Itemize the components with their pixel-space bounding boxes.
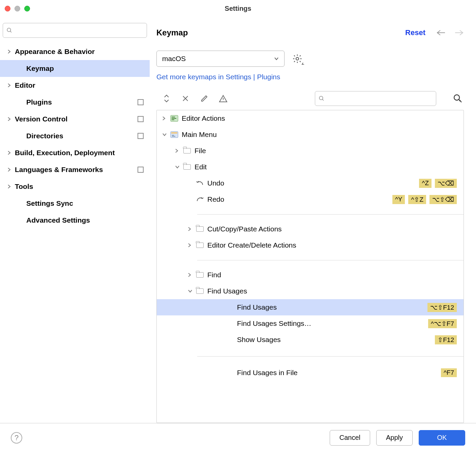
- chevron-down-icon: [274, 57, 279, 60]
- chevron-down-icon: [175, 165, 182, 169]
- action-tree-leaf[interactable]: Redo^Y^⇧Z⌥⇧⌫: [157, 191, 464, 207]
- keymap-scheme-value: macOS: [162, 55, 274, 63]
- sidebar-search-input[interactable]: [3, 23, 147, 38]
- action-label: Find Usages: [237, 303, 427, 311]
- actions-tree[interactable]: Editor ActionsMain MenuFileEditUndo^Z⌥⌫R…: [156, 110, 464, 423]
- chevron-right-icon: [188, 227, 195, 231]
- find-by-shortcut-button[interactable]: [452, 92, 464, 105]
- sidebar-item-label: Version Control: [15, 115, 138, 123]
- action-label: Find: [207, 271, 458, 279]
- sidebar-item[interactable]: Version Control: [0, 111, 150, 128]
- settings-content: Keymap Reset macOS: [150, 17, 476, 423]
- ok-button[interactable]: OK: [419, 430, 465, 446]
- action-tree-node[interactable]: Editor Actions: [157, 110, 464, 126]
- sidebar-item[interactable]: Build, Execution, Deployment: [0, 144, 150, 161]
- sidebar-item-label: Settings Sync: [26, 199, 146, 207]
- action-label: Main Menu: [182, 131, 458, 139]
- keymap-toolbar: [156, 91, 464, 106]
- nav-back-button[interactable]: [436, 29, 446, 36]
- edit-shortcut-button[interactable]: [200, 94, 209, 103]
- action-label: File: [195, 147, 458, 155]
- shortcut-badge: ⌥⌫: [435, 179, 457, 188]
- reset-button[interactable]: Reset: [405, 28, 425, 37]
- window-zoom-button[interactable]: [24, 6, 30, 11]
- folder-icon: [182, 147, 192, 155]
- sidebar-item[interactable]: Tools: [0, 178, 150, 195]
- action-label: Edit: [195, 163, 458, 171]
- action-tree-leaf[interactable]: Find Usages⌥⇧F12: [157, 299, 464, 315]
- conflict-warning-icon[interactable]: [218, 94, 228, 103]
- apply-button[interactable]: Apply: [376, 430, 413, 446]
- keymap-scheme-select[interactable]: macOS: [156, 51, 285, 67]
- action-label: Undo: [207, 179, 419, 187]
- sidebar-item[interactable]: Plugins: [0, 94, 150, 111]
- action-tree-leaf[interactable]: Find Usages in File^F7: [157, 365, 464, 381]
- sidebar-item[interactable]: Settings Sync: [0, 195, 150, 212]
- cancel-button[interactable]: Cancel: [330, 430, 370, 446]
- svg-point-1: [454, 95, 459, 100]
- shortcut-badge: ^⌥⇧F7: [428, 319, 457, 328]
- titlebar: Settings: [0, 0, 476, 17]
- action-tree-node[interactable]: Find: [157, 267, 464, 283]
- action-label: Find Usages Settings…: [237, 319, 428, 328]
- action-label: Editor Actions: [182, 114, 458, 122]
- actions-search-input[interactable]: [315, 91, 436, 106]
- expand-collapse-button[interactable]: [162, 94, 171, 103]
- chevron-right-icon: [7, 150, 15, 155]
- shortcut-badges: ^F7: [441, 368, 457, 377]
- shortcut-badges: ⌥⇧F12: [427, 303, 457, 312]
- action-tree-node[interactable]: File: [157, 143, 464, 159]
- collapse-all-button[interactable]: [181, 94, 190, 103]
- shortcut-badge: ^Z: [419, 179, 432, 188]
- chevron-right-icon: [188, 243, 195, 248]
- help-button[interactable]: ?: [11, 432, 22, 444]
- sidebar-item[interactable]: Editor: [0, 77, 150, 94]
- content-title: Keymap: [156, 28, 405, 37]
- action-tree-leaf[interactable]: Undo^Z⌥⌫: [157, 175, 464, 191]
- action-label: Cut/Copy/Paste Actions: [207, 225, 458, 233]
- action-label: Editor Create/Delete Actions: [207, 241, 458, 249]
- action-tree-node[interactable]: Find Usages: [157, 283, 464, 299]
- more-keymaps-link[interactable]: Get more keymaps in Settings | Plugins: [156, 73, 464, 81]
- shortcut-badge: ⌥⇧F12: [427, 303, 457, 312]
- settings-tree[interactable]: Appearance & BehaviorKeymapEditorPlugins…: [0, 42, 150, 423]
- svg-point-0: [296, 57, 299, 60]
- chevron-right-icon: [162, 116, 170, 121]
- editor-icon: [170, 114, 179, 122]
- action-tree-node[interactable]: Cut/Copy/Paste Actions: [157, 221, 464, 237]
- project-level-marker-icon: [138, 99, 144, 105]
- sidebar-item[interactable]: Directories: [0, 128, 150, 144]
- nav-arrows: [436, 29, 464, 36]
- content-header: Keymap Reset: [156, 21, 464, 45]
- window-close-button[interactable]: [5, 6, 10, 11]
- sidebar-item[interactable]: Advanced Settings: [0, 212, 150, 229]
- shortcut-badge: ^Y: [392, 195, 405, 204]
- chevron-right-icon: [7, 49, 15, 54]
- action-tree-node[interactable]: Edit: [157, 159, 464, 175]
- keymap-settings-button[interactable]: [291, 53, 303, 65]
- action-label: Show Usages: [237, 336, 435, 344]
- dialog-footer: ? Cancel Apply OK: [0, 423, 476, 452]
- action-tree-node[interactable]: Editor Create/Delete Actions: [157, 237, 464, 253]
- sidebar-item-label: Build, Execution, Deployment: [15, 149, 146, 157]
- window-minimize-button[interactable]: [14, 6, 20, 11]
- sidebar-item[interactable]: Languages & Frameworks: [0, 161, 150, 178]
- folder-icon: [195, 271, 205, 279]
- shortcut-badge: ^F7: [441, 368, 457, 377]
- action-tree-leaf[interactable]: Show Usages⇧F12: [157, 332, 464, 348]
- window-title: Settings: [0, 5, 476, 12]
- action-tree-leaf[interactable]: Find Usages Settings…^⌥⇧F7: [157, 315, 464, 332]
- sidebar-item-label: Keymap: [26, 64, 146, 73]
- sidebar-item[interactable]: Appearance & Behavior: [0, 43, 150, 60]
- sidebar-item[interactable]: Keymap: [0, 60, 150, 77]
- action-tree-node[interactable]: Main Menu: [157, 126, 464, 143]
- sidebar-item-label: Tools: [15, 182, 146, 191]
- nav-forward-button[interactable]: [454, 29, 464, 36]
- folder-icon: [195, 287, 205, 295]
- chevron-right-icon: [175, 148, 182, 153]
- svg-rect-4: [171, 132, 177, 134]
- shortcut-badge: ⇧F12: [435, 335, 457, 344]
- action-label: Find Usages: [207, 287, 458, 295]
- menu-icon: [170, 131, 179, 139]
- shortcut-badge: ^⇧Z: [408, 195, 426, 204]
